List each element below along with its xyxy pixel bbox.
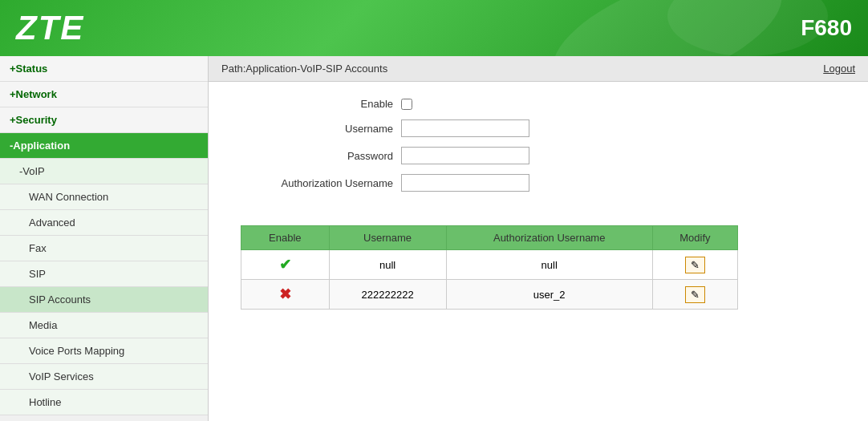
row1-enable: ✔ — [241, 250, 330, 280]
sidebar-voip-services-label: VoIP Services — [29, 370, 94, 383]
sidebar-security-label: +Security — [10, 114, 57, 126]
sidebar-sip-label: SIP — [29, 268, 46, 280]
header: ZTE F680 — [0, 0, 868, 56]
sidebar-item-hotline[interactable]: Hotline — [0, 390, 208, 415]
sidebar-application-label: -Application — [10, 140, 70, 152]
password-label: Password — [241, 150, 401, 162]
row1-edit-button[interactable]: ✎ — [685, 257, 705, 273]
logo: ZTE — [16, 9, 84, 47]
enable-checkbox[interactable] — [401, 99, 412, 110]
table-area: Enable Username Authorization Username M… — [209, 217, 868, 326]
password-row: Password — [241, 147, 836, 164]
sidebar-advanced-label: Advanced — [29, 217, 75, 229]
sidebar-item-sip[interactable]: SIP — [0, 261, 208, 287]
sidebar-status-label: +Status — [10, 63, 47, 75]
password-input[interactable] — [401, 147, 529, 164]
sidebar-sip-accounts-label: SIP Accounts — [29, 293, 91, 306]
path-bar: Path:Application-VoIP-SIP Accounts Logou… — [209, 56, 868, 82]
form-area: Enable Username Password Authorization U… — [209, 82, 868, 217]
auth-username-input[interactable] — [401, 174, 529, 192]
table-row: ✔ null null ✎ — [241, 250, 738, 280]
sidebar-item-voip-services[interactable]: VoIP Services — [0, 364, 208, 390]
sidebar-item-advanced[interactable]: Advanced — [0, 210, 208, 236]
row2-username: 222222222 — [329, 280, 446, 310]
check-icon: ✔ — [279, 257, 291, 273]
row1-auth-username: null — [446, 250, 652, 280]
sidebar-item-network[interactable]: +Network — [0, 82, 208, 107]
row1-modify: ✎ — [652, 250, 737, 280]
table-row: ✖ 222222222 user_2 ✎ — [241, 280, 738, 310]
sidebar-voip-label: -VoIP — [19, 165, 45, 177]
sidebar-item-voip[interactable]: -VoIP — [0, 159, 208, 184]
sidebar-voice-ports-label: Voice Ports Mapping — [29, 345, 124, 357]
sip-accounts-table: Enable Username Authorization Username M… — [241, 225, 738, 310]
breadcrumb: Path:Application-VoIP-SIP Accounts — [221, 63, 387, 75]
sidebar-item-wan-connection[interactable]: WAN Connection — [0, 184, 208, 210]
sidebar-item-fax[interactable]: Fax — [0, 236, 208, 261]
col-username: Username — [329, 226, 446, 250]
enable-label: Enable — [241, 98, 401, 110]
table-header-row: Enable Username Authorization Username M… — [241, 226, 738, 250]
row2-modify: ✎ — [652, 280, 737, 310]
row2-auth-username: user_2 — [446, 280, 652, 310]
row2-enable: ✖ — [241, 280, 330, 310]
username-label: Username — [241, 123, 401, 135]
username-row: Username — [241, 119, 836, 137]
sidebar-item-security[interactable]: +Security — [0, 107, 208, 133]
sidebar-fax-label: Fax — [29, 242, 47, 254]
sidebar-item-media[interactable]: Media — [0, 313, 208, 338]
row2-edit-button[interactable]: ✎ — [685, 286, 705, 303]
cross-icon: ✖ — [279, 286, 291, 302]
sidebar-item-sip-accounts[interactable]: SIP Accounts — [0, 287, 208, 313]
username-input[interactable] — [401, 119, 529, 137]
sidebar-wan-label: WAN Connection — [29, 191, 108, 203]
model: F680 — [801, 15, 852, 41]
enable-row: Enable — [241, 98, 836, 110]
sidebar-network-label: +Network — [10, 88, 57, 100]
col-enable: Enable — [241, 226, 330, 250]
sidebar-item-voice-ports-mapping[interactable]: Voice Ports Mapping — [0, 338, 208, 364]
row1-username: null — [329, 250, 446, 280]
content-area: Path:Application-VoIP-SIP Accounts Logou… — [209, 56, 868, 421]
sidebar-item-status[interactable]: +Status — [0, 56, 208, 82]
sidebar-item-application[interactable]: -Application — [0, 133, 208, 159]
logout-link[interactable]: Logout — [823, 63, 855, 75]
col-modify: Modify — [652, 226, 737, 250]
main-layout: +Status +Network +Security -Application … — [0, 56, 868, 421]
col-auth-username: Authorization Username — [446, 226, 652, 250]
auth-username-label: Authorization Username — [241, 177, 401, 189]
sidebar-media-label: Media — [29, 319, 57, 331]
auth-username-row: Authorization Username — [241, 174, 836, 192]
sidebar-hotline-label: Hotline — [29, 396, 61, 408]
sidebar: +Status +Network +Security -Application … — [0, 56, 209, 421]
